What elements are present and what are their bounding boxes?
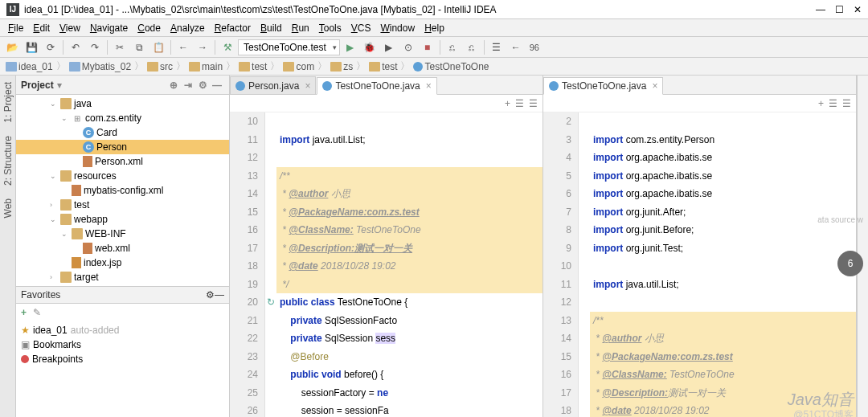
tab-structure[interactable]: 2: Structure bbox=[1, 133, 15, 189]
forward-icon[interactable]: → bbox=[194, 39, 211, 56]
favorite-item[interactable]: ▣Bookmarks bbox=[16, 337, 229, 352]
tree-node[interactable]: CPerson bbox=[16, 140, 229, 154]
menu-build[interactable]: Build bbox=[256, 21, 287, 35]
favorite-item[interactable]: ★idea_01auto-added bbox=[16, 323, 229, 337]
menu-tools[interactable]: Tools bbox=[314, 21, 346, 35]
vcs2-icon[interactable]: ⎌ bbox=[463, 39, 481, 56]
menu-view[interactable]: View bbox=[55, 21, 85, 35]
minimize-icon[interactable]: — bbox=[816, 4, 825, 15]
back2-icon[interactable]: ← bbox=[507, 39, 525, 56]
close-tab-icon[interactable]: × bbox=[426, 80, 432, 92]
sync-icon[interactable]: ⟳ bbox=[42, 39, 59, 56]
maximize-icon[interactable]: ☐ bbox=[835, 4, 844, 15]
folder-icon bbox=[369, 62, 380, 72]
copy-icon[interactable]: ⧉ bbox=[130, 39, 148, 56]
undo-icon[interactable]: ↶ bbox=[67, 39, 84, 56]
menu-window[interactable]: Window bbox=[375, 21, 420, 35]
add-icon[interactable]: + bbox=[505, 98, 510, 109]
fav-gear-icon[interactable]: ⚙ bbox=[206, 289, 215, 300]
open-icon[interactable]: 📂 bbox=[3, 39, 21, 56]
tree-node[interactable]: ›test bbox=[16, 198, 229, 212]
locate-icon[interactable]: ⊕ bbox=[166, 80, 181, 91]
redo-icon[interactable]: ↷ bbox=[86, 39, 104, 56]
build-icon[interactable]: ⚒ bbox=[219, 39, 236, 56]
folder-icon bbox=[60, 214, 72, 225]
breadcrumb-item[interactable]: com bbox=[280, 61, 317, 72]
menu-file[interactable]: File bbox=[3, 21, 28, 35]
n96[interactable]: 96 bbox=[526, 39, 542, 56]
tree-node[interactable]: CCard bbox=[16, 125, 229, 140]
code-editor[interactable]: 101112131415161718192021222324252627↻ im… bbox=[230, 112, 542, 417]
tab-project[interactable]: 1: Project bbox=[1, 79, 15, 126]
tree-node[interactable]: mybatis-config.xml bbox=[16, 183, 229, 198]
tree-node[interactable]: ⌄WEB-INF bbox=[16, 227, 229, 241]
code-source[interactable]: import java.util.List; /** * @author 小思 … bbox=[276, 112, 542, 417]
paste-icon[interactable]: 📋 bbox=[149, 39, 167, 56]
tree-node[interactable]: ›target bbox=[16, 270, 229, 284]
folder-icon bbox=[147, 62, 158, 72]
menu-run[interactable]: Run bbox=[287, 21, 314, 35]
code-source[interactable]: import com.zs.entity.Personimport org.ap… bbox=[590, 112, 856, 417]
menu-edit[interactable]: Edit bbox=[28, 21, 55, 35]
tree-node[interactable]: ⌄webapp bbox=[16, 212, 229, 227]
debug-icon[interactable]: 🐞 bbox=[361, 39, 379, 56]
menu-code[interactable]: Code bbox=[133, 21, 166, 35]
stop-icon[interactable]: ■ bbox=[419, 39, 436, 56]
back-icon[interactable]: ← bbox=[174, 39, 192, 56]
sep-icon[interactable]: ☰ bbox=[515, 98, 524, 109]
hide-icon[interactable]: — bbox=[210, 80, 224, 91]
tab-web[interactable]: Web bbox=[1, 195, 15, 221]
breadcrumb-item[interactable]: TestOneToOne bbox=[411, 61, 491, 72]
add-icon[interactable]: + bbox=[818, 98, 824, 109]
code-editor[interactable]: 2345678910111213141516171819 import com.… bbox=[543, 112, 856, 417]
tree-node[interactable]: ⌄resources bbox=[16, 169, 229, 183]
gear-icon[interactable]: ⚙ bbox=[195, 80, 210, 91]
tree-node[interactable]: ⌄⊞com.zs.entity bbox=[16, 111, 229, 125]
edit-favorite-icon[interactable]: ✎ bbox=[33, 307, 41, 318]
close-tab-icon[interactable]: × bbox=[652, 80, 657, 92]
save-icon[interactable]: 💾 bbox=[23, 39, 40, 56]
run-icon[interactable]: ▶ bbox=[342, 39, 359, 56]
breadcrumb-item[interactable]: idea_01 bbox=[3, 61, 55, 72]
breadcrumb-item[interactable]: test bbox=[366, 61, 399, 72]
editor-tab[interactable]: TestOneToOne.java× bbox=[543, 77, 663, 95]
collapse-icon[interactable]: ⇥ bbox=[181, 80, 195, 91]
tree-node[interactable]: index.jsp bbox=[16, 256, 229, 270]
coverage-icon[interactable]: ▶ bbox=[380, 39, 398, 56]
menu-refactor[interactable]: Refactor bbox=[210, 21, 256, 35]
breadcrumb-item[interactable]: main bbox=[186, 61, 225, 72]
editor-tab[interactable]: TestOneToOne.java× bbox=[317, 77, 436, 95]
breadcrumb-item[interactable]: src bbox=[145, 61, 175, 72]
add-favorite-icon[interactable]: + bbox=[21, 307, 27, 318]
menu-analyze[interactable]: Analyze bbox=[166, 21, 210, 35]
vcs1-icon[interactable]: ⎌ bbox=[444, 39, 461, 56]
class-icon bbox=[235, 81, 245, 91]
fav-hide-icon[interactable]: — bbox=[215, 289, 224, 300]
list-icon[interactable]: ☰ bbox=[842, 98, 851, 109]
line-gutter: 101112131415161718192021222324252627 bbox=[230, 112, 265, 417]
profile-icon[interactable]: ⊙ bbox=[399, 39, 417, 56]
tree-node[interactable]: web.xml bbox=[16, 241, 229, 256]
close-tab-icon[interactable]: × bbox=[305, 80, 310, 92]
jsp-icon bbox=[72, 257, 81, 268]
structure-icon[interactable]: ☰ bbox=[488, 39, 506, 56]
notification-badge[interactable]: 6 bbox=[837, 251, 863, 276]
favorite-item[interactable]: Breakpoints bbox=[16, 352, 229, 366]
run-config-select[interactable]: TestOneToOne.test bbox=[238, 39, 340, 55]
tree-node[interactable]: Person.xml bbox=[16, 154, 229, 169]
menu-navigate[interactable]: Navigate bbox=[85, 21, 133, 35]
breadcrumb-item[interactable]: test bbox=[236, 61, 269, 72]
tree-node[interactable]: ⌄java bbox=[16, 96, 229, 111]
sep-icon[interactable]: ☰ bbox=[829, 98, 837, 109]
editor-tab[interactable]: Person.java× bbox=[230, 76, 316, 94]
folder-icon bbox=[6, 62, 17, 72]
list-icon[interactable]: ☰ bbox=[529, 98, 538, 109]
menu-vcs[interactable]: VCS bbox=[346, 21, 376, 35]
breadcrumb-item[interactable]: Mybatis_02 bbox=[67, 61, 133, 72]
menu-help[interactable]: Help bbox=[420, 21, 449, 35]
editor-pane: TestOneToOne.java×+☰☰2345678910111213141… bbox=[543, 76, 857, 417]
close-icon[interactable]: ✕ bbox=[854, 4, 862, 15]
project-tree[interactable]: ⌄java⌄⊞com.zs.entityCCardCPersonPerson.x… bbox=[16, 95, 229, 286]
cut-icon[interactable]: ✂ bbox=[111, 39, 129, 56]
breadcrumb-item[interactable]: zs bbox=[328, 61, 355, 72]
